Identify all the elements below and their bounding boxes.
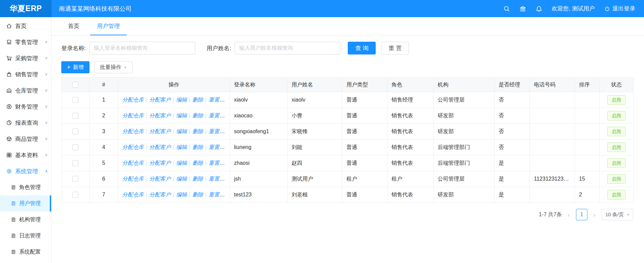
edit-link[interactable]: 编辑 <box>176 176 187 182</box>
cell-user-name: 赵四 <box>287 155 342 171</box>
edit-link[interactable]: 编辑 <box>176 97 187 103</box>
delete-link[interactable]: 删除 <box>192 128 203 134</box>
reset-password-link[interactable]: 重置密码 <box>209 176 230 182</box>
assign-customer-link[interactable]: 分配客户 <box>149 192 171 197</box>
assign-warehouse-link[interactable]: 分配仓库 <box>122 192 144 197</box>
op-separator: | <box>146 160 147 166</box>
current-page-button[interactable]: 1 <box>576 209 587 220</box>
delete-link[interactable]: 删除 <box>192 97 203 103</box>
assign-warehouse-link[interactable]: 分配仓库 <box>122 128 144 134</box>
sidebar-item-system-config[interactable]: 系统配置 <box>0 244 51 260</box>
assign-customer-link[interactable]: 分配客户 <box>149 113 171 118</box>
delete-link[interactable]: 删除 <box>192 113 203 118</box>
tab-user-management[interactable]: 用户管理 <box>90 17 127 35</box>
reset-button[interactable]: 重 置 <box>381 42 409 54</box>
reset-password-link[interactable]: 重置密码 <box>209 97 230 103</box>
doc-icon <box>11 185 16 190</box>
sidebar-item-finance[interactable]: 财务管理∨ <box>0 99 51 115</box>
edit-link[interactable]: 编辑 <box>176 128 187 134</box>
assign-customer-link[interactable]: 分配客户 <box>149 128 171 134</box>
organization-icon[interactable] <box>519 5 526 12</box>
sidebar-item-user-management[interactable]: 用户管理 <box>0 195 51 212</box>
add-button[interactable]: + 新增 <box>61 61 90 73</box>
row-checkbox[interactable] <box>72 144 78 150</box>
retail-icon <box>6 39 12 45</box>
delete-link[interactable]: 删除 <box>192 160 203 166</box>
sidebar-item-sales[interactable]: 销售管理∨ <box>0 66 51 82</box>
app-logo[interactable]: 华夏ERP <box>0 0 52 17</box>
column-header: 登录名称 <box>230 78 287 92</box>
next-page-button[interactable]: › <box>591 212 598 218</box>
assign-warehouse-link[interactable]: 分配仓库 <box>122 160 144 166</box>
cell-sort <box>575 92 600 108</box>
reset-password-link[interactable]: 重置密码 <box>209 113 230 118</box>
chevron-down-icon: ∨ <box>45 153 48 157</box>
assign-customer-link[interactable]: 分配客户 <box>149 176 171 182</box>
user-name-input[interactable] <box>235 42 340 54</box>
sidebar-item-label: 角色管理 <box>19 184 41 191</box>
status-badge[interactable]: 启用 <box>607 174 625 184</box>
sidebar-item-system[interactable]: 系统管理∧ <box>0 163 51 179</box>
page-size-select[interactable]: 10 条/页 ∨ <box>602 209 633 220</box>
row-checkbox[interactable] <box>72 97 78 103</box>
reset-password-link[interactable]: 重置密码 <box>209 192 230 197</box>
delete-link[interactable]: 删除 <box>192 176 203 182</box>
status-badge[interactable]: 启用 <box>607 111 625 120</box>
row-checkbox[interactable] <box>72 160 78 166</box>
sidebar-item-goods[interactable]: 商品管理∨ <box>0 131 51 147</box>
status-badge[interactable]: 启用 <box>607 143 625 152</box>
assign-customer-link[interactable]: 分配客户 <box>149 97 171 103</box>
sidebar-item-purchase[interactable]: 采购管理∨ <box>0 50 51 66</box>
op-separator: | <box>146 176 147 182</box>
sidebar-item-label: 用户管理 <box>19 200 41 207</box>
edit-link[interactable]: 编辑 <box>176 192 187 197</box>
status-badge[interactable]: 启用 <box>607 190 625 199</box>
edit-link[interactable]: 编辑 <box>176 113 187 118</box>
search-icon[interactable] <box>503 5 510 12</box>
login-name-input[interactable] <box>90 42 195 54</box>
sidebar-item-retail[interactable]: 零售管理∨ <box>0 34 51 50</box>
sidebar-item-home[interactable]: 首页 <box>0 18 51 34</box>
main-panel: 首页用户管理 登录名称: 用户姓名: 查 询 重 置 + 新增 批量操作 ∨ <box>52 17 644 263</box>
prev-page-button[interactable]: ‹ <box>565 212 573 218</box>
assign-warehouse-link[interactable]: 分配仓库 <box>122 176 144 182</box>
delete-link[interactable]: 删除 <box>192 144 203 150</box>
batch-operations-button[interactable]: 批量操作 ∨ <box>94 61 133 73</box>
delete-link[interactable]: 删除 <box>192 192 203 197</box>
row-checkbox[interactable] <box>72 176 78 182</box>
assign-warehouse-link[interactable]: 分配仓库 <box>122 97 144 103</box>
select-all-checkbox[interactable] <box>72 82 78 88</box>
sidebar-item-org-management[interactable]: 机构管理 <box>0 212 51 228</box>
sidebar-item-basic[interactable]: 基本资料∨ <box>0 147 51 163</box>
logout-button[interactable]: 退出登录 <box>604 5 635 12</box>
sidebar-item-role-management[interactable]: 角色管理 <box>0 179 51 195</box>
cell-user-type: 普通 <box>342 124 387 140</box>
op-separator: | <box>173 113 174 118</box>
status-badge[interactable]: 启用 <box>607 127 625 136</box>
sidebar-item-log-management[interactable]: 日志管理 <box>0 228 51 244</box>
assign-customer-link[interactable]: 分配客户 <box>149 160 171 166</box>
assign-warehouse-link[interactable]: 分配仓库 <box>122 144 144 150</box>
edit-link[interactable]: 编辑 <box>176 144 187 150</box>
reset-password-link[interactable]: 重置密码 <box>209 160 230 166</box>
status-badge[interactable]: 启用 <box>607 95 625 105</box>
cell-sort <box>575 140 600 155</box>
assign-customer-link[interactable]: 分配客户 <box>149 144 171 150</box>
status-badge[interactable]: 启用 <box>607 158 625 168</box>
sidebar-item-warehouse[interactable]: 仓库管理∨ <box>0 82 51 99</box>
bell-icon[interactable] <box>536 5 542 12</box>
assign-warehouse-link[interactable]: 分配仓库 <box>122 113 144 118</box>
query-button[interactable]: 查 询 <box>348 42 376 54</box>
edit-link[interactable]: 编辑 <box>176 160 187 166</box>
reset-password-link[interactable]: 重置密码 <box>209 128 230 134</box>
op-separator: | <box>146 192 147 197</box>
sidebar-item-label: 销售管理 <box>15 71 38 78</box>
company-name: 南通某某网络科技有限公司 <box>59 5 132 13</box>
reset-password-link[interactable]: 重置密码 <box>209 144 230 150</box>
sidebar-item-report[interactable]: 报表查询∨ <box>0 115 51 131</box>
tab-home[interactable]: 首页 <box>61 17 86 35</box>
cell-user-type: 普通 <box>342 92 387 108</box>
row-checkbox[interactable] <box>72 192 78 198</box>
row-checkbox[interactable] <box>72 128 78 135</box>
row-checkbox[interactable] <box>72 113 78 119</box>
